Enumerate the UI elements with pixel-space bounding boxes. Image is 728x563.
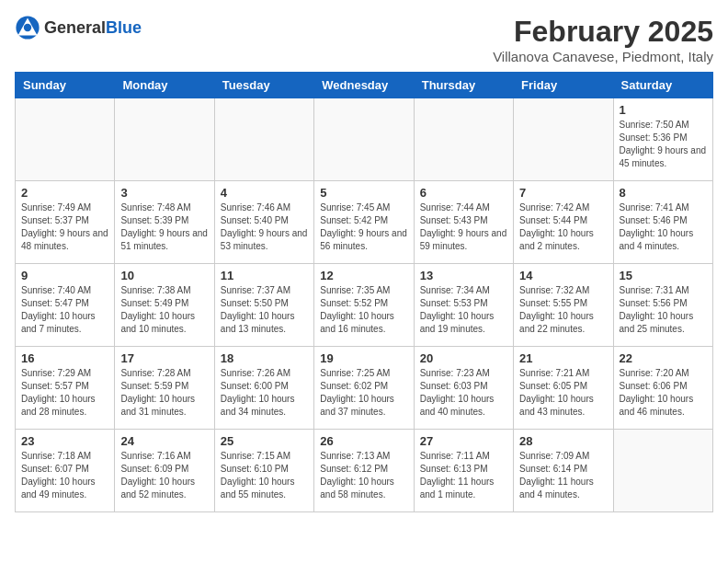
day-detail: Sunrise: 7:26 AM Sunset: 6:00 PM Dayligh… [221,367,308,419]
calendar-cell: 22Sunrise: 7:20 AM Sunset: 6:06 PM Dayli… [613,347,712,430]
day-number: 17 [120,351,208,365]
day-detail: Sunrise: 7:32 AM Sunset: 5:55 PM Dayligh… [519,284,607,336]
day-detail: Sunrise: 7:35 AM Sunset: 5:52 PM Dayligh… [320,284,407,336]
day-detail: Sunrise: 7:50 AM Sunset: 5:36 PM Dayligh… [620,119,707,170]
title-area: February 2025 Villanova Canavese, Piedmo… [493,15,713,64]
calendar-cell [613,430,712,512]
day-number: 16 [21,351,108,365]
location: Villanova Canavese, Piedmont, Italy [493,49,713,64]
calendar-cell: 15Sunrise: 7:31 AM Sunset: 5:56 PM Dayli… [613,264,712,347]
calendar-cell: 17Sunrise: 7:28 AM Sunset: 5:59 PM Dayli… [115,347,214,430]
day-number: 22 [620,351,707,365]
calendar-cell: 28Sunrise: 7:09 AM Sunset: 6:14 PM Dayli… [514,430,613,512]
calendar-cell: 3Sunrise: 7:48 AM Sunset: 5:39 PM Daylig… [115,181,214,264]
day-detail: Sunrise: 7:41 AM Sunset: 5:46 PM Dayligh… [620,201,707,253]
weekday-header-sunday: Sunday [16,73,115,98]
day-detail: Sunrise: 7:38 AM Sunset: 5:49 PM Dayligh… [120,284,208,336]
day-number: 10 [120,269,208,282]
logo-icon [15,15,40,40]
weekday-header-row: SundayMondayTuesdayWednesdayThursdayFrid… [16,73,713,98]
day-number: 6 [420,186,507,200]
calendar-cell [115,98,214,181]
day-number: 8 [620,186,707,200]
day-detail: Sunrise: 7:42 AM Sunset: 5:44 PM Dayligh… [519,201,607,253]
day-number: 21 [519,351,607,365]
month-year: February 2025 [493,15,713,49]
day-number: 2 [21,186,108,200]
svg-point-2 [24,24,31,31]
day-number: 19 [320,351,407,365]
day-number: 28 [519,434,607,448]
weekday-header-friday: Friday [514,73,613,98]
calendar-cell: 16Sunrise: 7:29 AM Sunset: 5:57 PM Dayli… [16,347,115,430]
week-row-2: 2Sunrise: 7:49 AM Sunset: 5:37 PM Daylig… [16,181,713,264]
day-number: 18 [221,351,308,365]
calendar-cell: 14Sunrise: 7:32 AM Sunset: 5:55 PM Dayli… [514,264,613,347]
day-number: 5 [320,186,407,200]
calendar-cell: 23Sunrise: 7:18 AM Sunset: 6:07 PM Dayli… [16,430,115,512]
day-detail: Sunrise: 7:48 AM Sunset: 5:39 PM Dayligh… [120,201,208,253]
weekday-header-thursday: Thursday [414,73,513,98]
day-detail: Sunrise: 7:44 AM Sunset: 5:43 PM Dayligh… [420,201,507,253]
day-number: 15 [620,269,707,282]
day-number: 13 [420,269,507,282]
day-detail: Sunrise: 7:45 AM Sunset: 5:42 PM Dayligh… [320,201,407,253]
weekday-header-saturday: Saturday [613,73,712,98]
calendar-cell [214,98,313,181]
calendar-cell: 20Sunrise: 7:23 AM Sunset: 6:03 PM Dayli… [414,347,513,430]
calendar-cell [314,98,414,181]
day-number: 7 [519,186,607,200]
day-number: 4 [221,186,308,200]
day-number: 1 [620,103,707,117]
week-row-3: 9Sunrise: 7:40 AM Sunset: 5:47 PM Daylig… [16,264,713,347]
day-number: 26 [320,434,407,448]
day-detail: Sunrise: 7:20 AM Sunset: 6:06 PM Dayligh… [620,367,707,419]
day-detail: Sunrise: 7:46 AM Sunset: 5:40 PM Dayligh… [221,201,308,253]
calendar-cell: 25Sunrise: 7:15 AM Sunset: 6:10 PM Dayli… [214,430,313,512]
day-number: 27 [420,434,507,448]
calendar-cell: 6Sunrise: 7:44 AM Sunset: 5:43 PM Daylig… [414,181,513,264]
day-detail: Sunrise: 7:13 AM Sunset: 6:12 PM Dayligh… [320,450,407,501]
day-number: 24 [120,434,208,448]
calendar-cell: 10Sunrise: 7:38 AM Sunset: 5:49 PM Dayli… [115,264,214,347]
calendar-cell: 5Sunrise: 7:45 AM Sunset: 5:42 PM Daylig… [314,181,414,264]
day-number: 23 [21,434,108,448]
week-row-4: 16Sunrise: 7:29 AM Sunset: 5:57 PM Dayli… [16,347,713,430]
day-detail: Sunrise: 7:16 AM Sunset: 6:09 PM Dayligh… [120,450,208,501]
calendar-cell: 19Sunrise: 7:25 AM Sunset: 6:02 PM Dayli… [314,347,414,430]
weekday-header-wednesday: Wednesday [314,73,414,98]
day-number: 11 [221,269,308,282]
day-detail: Sunrise: 7:23 AM Sunset: 6:03 PM Dayligh… [420,367,507,419]
calendar-cell: 7Sunrise: 7:42 AM Sunset: 5:44 PM Daylig… [514,181,613,264]
day-detail: Sunrise: 7:49 AM Sunset: 5:37 PM Dayligh… [21,201,108,253]
day-detail: Sunrise: 7:34 AM Sunset: 5:53 PM Dayligh… [420,284,507,336]
calendar-cell: 11Sunrise: 7:37 AM Sunset: 5:50 PM Dayli… [214,264,313,347]
calendar-cell: 4Sunrise: 7:46 AM Sunset: 5:40 PM Daylig… [214,181,313,264]
day-number: 12 [320,269,407,282]
calendar-cell: 24Sunrise: 7:16 AM Sunset: 6:09 PM Dayli… [115,430,214,512]
day-detail: Sunrise: 7:31 AM Sunset: 5:56 PM Dayligh… [620,284,707,336]
calendar-cell [16,98,115,181]
day-detail: Sunrise: 7:25 AM Sunset: 6:02 PM Dayligh… [320,367,407,419]
header: GeneralBlue February 2025 Villanova Cana… [15,15,713,64]
logo: GeneralBlue [15,15,142,40]
calendar-cell: 13Sunrise: 7:34 AM Sunset: 5:53 PM Dayli… [414,264,513,347]
calendar-cell: 2Sunrise: 7:49 AM Sunset: 5:37 PM Daylig… [16,181,115,264]
calendar-cell: 21Sunrise: 7:21 AM Sunset: 6:05 PM Dayli… [514,347,613,430]
week-row-1: 1Sunrise: 7:50 AM Sunset: 5:36 PM Daylig… [16,98,713,181]
day-detail: Sunrise: 7:18 AM Sunset: 6:07 PM Dayligh… [21,450,108,501]
day-number: 3 [120,186,208,200]
day-detail: Sunrise: 7:29 AM Sunset: 5:57 PM Dayligh… [21,367,108,419]
calendar-cell: 9Sunrise: 7:40 AM Sunset: 5:47 PM Daylig… [16,264,115,347]
day-detail: Sunrise: 7:28 AM Sunset: 5:59 PM Dayligh… [120,367,208,419]
day-detail: Sunrise: 7:09 AM Sunset: 6:14 PM Dayligh… [519,450,607,501]
calendar-cell: 12Sunrise: 7:35 AM Sunset: 5:52 PM Dayli… [314,264,414,347]
day-detail: Sunrise: 7:15 AM Sunset: 6:10 PM Dayligh… [221,450,308,501]
day-number: 14 [519,269,607,282]
calendar-cell: 26Sunrise: 7:13 AM Sunset: 6:12 PM Dayli… [314,430,414,512]
day-number: 9 [21,269,108,282]
day-detail: Sunrise: 7:40 AM Sunset: 5:47 PM Dayligh… [21,284,108,336]
day-detail: Sunrise: 7:37 AM Sunset: 5:50 PM Dayligh… [221,284,308,336]
calendar-cell: 8Sunrise: 7:41 AM Sunset: 5:46 PM Daylig… [613,181,712,264]
weekday-header-monday: Monday [115,73,214,98]
